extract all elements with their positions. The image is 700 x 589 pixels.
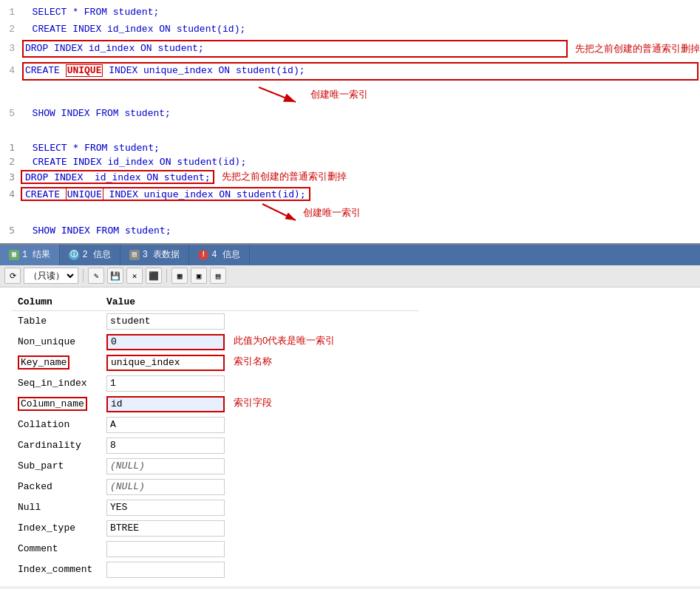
ann-line3: 先把之前创建的普通索引删掉: [222, 170, 347, 183]
table-row: Collation: [12, 415, 418, 435]
arrow-line4: [251, 84, 310, 106]
table-row: Seq_in_index: [12, 373, 418, 394]
tab-info2[interactable]: ! 4 信息: [189, 245, 249, 265]
field-label-table: Table: [12, 310, 101, 332]
code-row-2: 2 CREATE INDEX id_index ON student(id);: [0, 154, 700, 168]
tab-results-icon: ▦: [9, 250, 19, 260]
tab-info[interactable]: ⓘ 2 信息: [60, 245, 120, 265]
field-label-columnname: Column_name: [12, 394, 101, 415]
code-row-4: 4 CREATE UNIQUE INDEX unique_index ON st…: [0, 185, 700, 202]
annotation-line4-wrapper: 创建唯一索引: [251, 84, 700, 106]
field-label-indexcomment: Index_comment: [12, 559, 101, 580]
toolbar-btn-grid2[interactable]: ▣: [191, 268, 207, 284]
line-number-3: 3: [0, 41, 21, 57]
table-row: Index_type: [12, 518, 418, 539]
tab-tabledata-label: 3 表数据: [143, 248, 180, 261]
tab-info-icon: ⓘ: [69, 250, 79, 260]
input-keyname[interactable]: [106, 355, 225, 371]
ann-line4: 创建唯一索引: [303, 206, 361, 219]
code-row-5: 5 SHOW INDEX FROM student;: [0, 223, 700, 237]
input-collation[interactable]: [106, 417, 225, 433]
code5: SHOW INDEX FROM student;: [21, 225, 171, 236]
table-row: Comment: [12, 539, 418, 559]
tab-tabledata[interactable]: ▤ 3 表数据: [120, 245, 189, 265]
toolbar-btn-black[interactable]: ⬛: [146, 268, 162, 284]
svg-line-3: [262, 204, 296, 220]
toolbar: ⟳ （只读） ✎ 💾 ✕ ⬛ ▦ ▣ ▤: [0, 265, 700, 287]
table-row: Cardinality: [12, 435, 418, 456]
ln4: 4: [0, 188, 21, 200]
field-value-indextype: [101, 518, 418, 539]
keyname-bordered: Key_name: [18, 355, 69, 370]
code-line-5: 5 SHOW INDEX FROM student;: [0, 106, 700, 123]
toolbar-readonly-select[interactable]: （只读）: [24, 268, 78, 284]
input-nonunique[interactable]: [106, 334, 225, 350]
ln1: 1: [0, 142, 21, 153]
field-value-collation: [101, 415, 418, 435]
table-row: Index_comment: [12, 559, 418, 580]
code-text-2: CREATE INDEX id_index ON student(id);: [21, 22, 700, 38]
arrow-wrapper-4: 创建唯一索引: [259, 202, 700, 223]
toolbar-btn-refresh[interactable]: ⟳: [4, 268, 21, 284]
tabs-bar: ▦ 1 结果 ⓘ 2 信息 ▤ 3 表数据 ! 4 信息: [0, 245, 700, 265]
field-label-packed: Packed: [12, 477, 101, 497]
field-label-seqinindex: Seq_in_index: [12, 373, 101, 394]
code1: SELECT * FROM student;: [21, 142, 160, 153]
input-table[interactable]: [106, 313, 225, 330]
tab-results[interactable]: ▦ 1 结果: [0, 245, 60, 265]
ann-columnname: 索引字段: [234, 396, 272, 409]
ann-nonunique: 此值为0代表是唯一索引: [234, 334, 335, 347]
ln3: 3: [0, 171, 21, 183]
col-header-column: Column: [12, 293, 101, 311]
field-value-subpart: [101, 456, 418, 477]
code-line-3: 3 DROP INDEX id_index ON student; 先把之前创建…: [0, 38, 700, 60]
toolbar-btn-edit[interactable]: ✎: [88, 268, 104, 284]
input-comment[interactable]: [106, 541, 225, 557]
line-number-1: 1: [0, 5, 21, 21]
input-seqinindex[interactable]: [106, 375, 225, 392]
input-indextype[interactable]: [106, 520, 225, 537]
arrow-svg-4: [259, 202, 303, 223]
field-value-columnname: 索引字段: [101, 394, 418, 415]
code-line-4: 4 CREATE UNIQUE INDEX unique_index ON st…: [0, 61, 700, 82]
input-indexcomment[interactable]: [106, 562, 225, 578]
toolbar-btn-grid1[interactable]: ▦: [171, 268, 188, 284]
line-number-4: 4: [0, 64, 21, 79]
table-row: Key_name 索引名称: [12, 353, 418, 373]
input-cardinality[interactable]: [106, 438, 225, 454]
annotation-line4: 创建唯一索引: [310, 88, 368, 101]
input-subpart[interactable]: [106, 458, 225, 474]
line-number-2: 2: [0, 22, 21, 38]
input-columnname[interactable]: [106, 396, 225, 412]
tab-info2-icon: !: [198, 250, 208, 260]
table-row: Sub_part: [12, 456, 418, 477]
field-value-keyname: 索引名称: [101, 353, 418, 373]
code-text-5: SHOW INDEX FROM student;: [21, 106, 700, 122]
readonly-select-input[interactable]: （只读）: [26, 268, 76, 283]
toolbar-sep-2: [166, 269, 167, 282]
toolbar-btn-save[interactable]: 💾: [107, 268, 123, 284]
code-text-3: DROP INDEX id_index ON student;: [22, 40, 568, 58]
code-line-2: 2 CREATE INDEX id_index ON student(id);: [0, 21, 700, 38]
input-packed[interactable]: [106, 479, 225, 495]
field-label-subpart: Sub_part: [12, 456, 101, 477]
tab-results-label: 1 结果: [22, 248, 50, 261]
field-label-cardinality: Cardinality: [12, 435, 101, 456]
tab-tabledata-icon: ▤: [129, 250, 140, 260]
ln2: 2: [0, 156, 21, 167]
annotation-line3: 先把之前创建的普通索引删掉: [575, 41, 700, 57]
field-label-nonunique: Non_unique: [12, 332, 101, 353]
code-text-1: SELECT * FROM student;: [21, 5, 700, 21]
input-null[interactable]: [106, 500, 225, 516]
field-value-null: [101, 497, 418, 518]
toolbar-btn-delete[interactable]: ✕: [126, 268, 143, 284]
col-header-value: Value: [101, 293, 418, 311]
code-row-3: 3 DROP INDEX id_index ON student; 先把之前创建…: [0, 168, 700, 185]
field-label-indextype: Index_type: [12, 518, 101, 539]
field-label-keyname: Key_name: [12, 353, 101, 373]
field-value-comment: [101, 539, 418, 559]
code3: DROP INDEX id_index ON student;: [21, 170, 214, 184]
columnname-bordered: Column_name: [18, 397, 87, 411]
toolbar-btn-grid3[interactable]: ▤: [210, 268, 226, 284]
code-line-1: 1 SELECT * FROM student;: [0, 4, 700, 21]
